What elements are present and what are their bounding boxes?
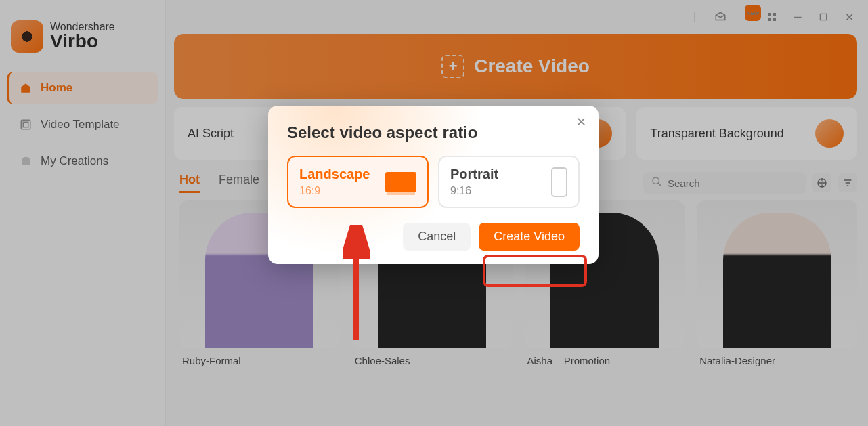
ratio-name: Portrait: [450, 167, 498, 182]
portrait-icon: [551, 167, 567, 197]
cancel-button[interactable]: Cancel: [403, 223, 471, 251]
create-video-button[interactable]: Create Video: [479, 223, 580, 251]
modal-title: Select video aspect ratio: [287, 123, 580, 142]
ratio-option-portrait[interactable]: Portrait 9:16: [438, 156, 580, 208]
landscape-icon: [385, 172, 416, 192]
ratio-name: Landscape: [299, 167, 370, 182]
ratio-value: 16:9: [299, 185, 370, 197]
ratio-option-landscape[interactable]: Landscape 16:9: [287, 156, 429, 208]
ratio-value: 9:16: [450, 185, 498, 197]
aspect-ratio-modal: ✕ Select video aspect ratio Landscape 16…: [268, 106, 599, 264]
close-icon[interactable]: ✕: [573, 114, 589, 130]
